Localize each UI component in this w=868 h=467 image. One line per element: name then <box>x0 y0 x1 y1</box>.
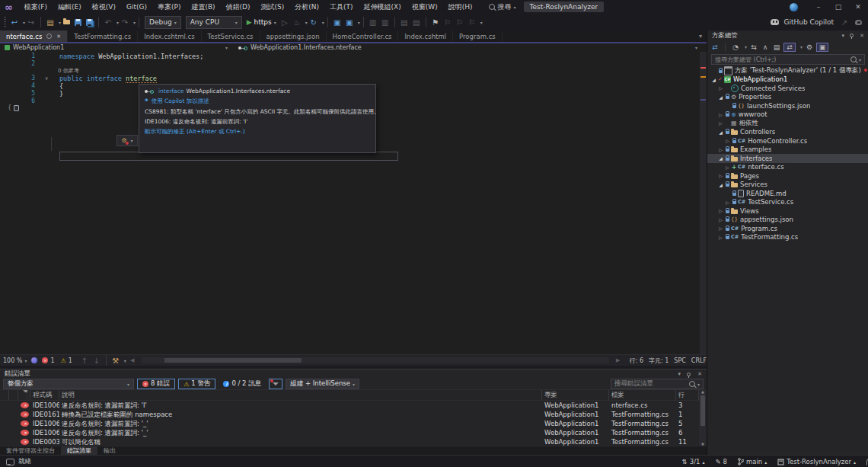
close-icon[interactable]: ✕ <box>56 34 61 40</box>
expander-closed-icon[interactable]: ▷ <box>724 200 731 205</box>
expander-closed-icon[interactable]: ▷ <box>717 217 724 222</box>
tab-nterface-cs[interactable]: nterface.cs✕ <box>0 30 68 42</box>
tree-item-launchsettings-json[interactable]: {}launchSettings.json <box>707 101 868 110</box>
navigate-forward-icon[interactable]: ↪ <box>26 18 37 27</box>
tree-item-program-cs[interactable]: ▷C#Program.cs <box>707 224 868 233</box>
sync-namespaces-icon[interactable]: ⇆ <box>749 43 758 51</box>
codelens-row[interactable]: 0 個參考 <box>0 68 693 75</box>
git-sync-button[interactable]: ⇅ 3/1 ▴ <box>682 458 705 465</box>
save-icon[interactable] <box>75 19 81 26</box>
header-line[interactable]: 行 <box>676 390 699 400</box>
tree-item-controllers[interactable]: ◢Controllers <box>707 128 868 137</box>
clear-bookmarks-icon[interactable]: ⚐ <box>467 18 477 27</box>
minimize-button[interactable]: – <box>809 3 828 11</box>
previous-issue-icon[interactable]: ↑ <box>79 357 90 365</box>
pending-changes-button[interactable]: ✎ 8 <box>715 458 727 465</box>
menu-s[interactable]: 測試(S) <box>256 0 290 14</box>
describe-with-copilot-link[interactable]: 使用 Copilot 加以描述 <box>152 98 209 105</box>
sync-with-active-document-icon[interactable]: ⇄ <box>783 43 796 52</box>
previous-bookmark-icon[interactable]: ⚐ <box>442 18 453 27</box>
source-filter-dropdown[interactable]: 組建 + IntelliSense ▾ <box>286 379 359 389</box>
menu-t[interactable]: 工具(T) <box>324 0 359 14</box>
share-icon[interactable]: ↗ <box>839 18 850 27</box>
error-list-search-box[interactable]: 搜尋錯誤清單 ▾ <box>611 379 704 389</box>
github-copilot-label[interactable]: GitHub Copilot <box>783 18 834 26</box>
expander-closed-icon[interactable]: ▷ <box>717 235 724 240</box>
tree-item-item[interactable]: ▷▦相依性 <box>707 119 868 128</box>
menu-f[interactable]: 檔案(F) <box>19 0 53 14</box>
warning-count-icon[interactable]: ⚠ <box>61 357 66 364</box>
error-list-scrollbar[interactable]: ▲ ▼ <box>699 389 707 446</box>
expander-closed-icon[interactable]: ▷ <box>717 147 724 152</box>
menu-git-g[interactable]: Git(G) <box>121 0 152 14</box>
tab-appsettings-json[interactable]: appsettings.json <box>260 30 327 42</box>
properties-icon[interactable]: ▤ <box>772 43 781 51</box>
error-row-1[interactable]: ✕IDE1006違反命名規則: 遺漏前置詞: 'I'WebApplication… <box>0 401 707 410</box>
menu-n[interactable]: 分析(N) <box>289 0 324 14</box>
menu-e[interactable]: 編輯(E) <box>53 0 87 14</box>
tree-item-homecontroller-cs[interactable]: ▷C#HomeController.cs <box>707 136 868 146</box>
toolbar-drag-handle[interactable] <box>4 17 6 27</box>
show-all-files-icon[interactable]: ▣ <box>816 43 828 52</box>
header-project[interactable]: 專案 <box>542 390 609 400</box>
code-cleanup-icon[interactable]: ⚒ <box>110 357 121 365</box>
close-button[interactable]: ✕ <box>848 3 868 11</box>
tree-item-wwwroot[interactable]: ▷⊕wwwroot <box>707 110 868 120</box>
menu-w[interactable]: 視窗(W) <box>407 0 443 14</box>
github-copilot-icon[interactable] <box>771 19 779 25</box>
chevron-down-icon[interactable]: ▾ <box>678 371 681 377</box>
git-branch-button[interactable]: main ▴ <box>738 458 767 465</box>
tab-homecontroller-cs[interactable]: HomeController.cs <box>327 30 399 42</box>
solution-explorer-search-box[interactable]: 搜尋方案總管 (Ctrl+;) ▾ <box>711 54 865 65</box>
header-description[interactable]: 說明 <box>59 390 542 400</box>
show-whitespace-icon[interactable]: ▥ <box>368 18 378 27</box>
line-ending-mode[interactable]: CRLF <box>691 357 707 364</box>
show-potential-fixes-link[interactable]: 顯示可能的修正 (Alt+Enter 或 Ctrl+.) <box>145 128 370 136</box>
errors-filter-button[interactable]: ✕ 8 錯誤 <box>137 379 175 389</box>
expander-closed-icon[interactable]: ▷ <box>717 173 724 178</box>
restart-application-icon[interactable]: ↻ <box>308 18 319 27</box>
codelens-references[interactable]: 0 個參考 <box>58 68 79 75</box>
new-item-icon[interactable]: ▤ <box>45 18 56 27</box>
start-debugging-button[interactable]: ▶ https ▾ <box>247 18 276 26</box>
debug-configuration-dropdown[interactable]: Debug ▾ <box>145 16 181 29</box>
outline-margin[interactable]: ∨ <box>35 75 58 82</box>
hot-reload-icon[interactable]: ♨ <box>292 18 302 27</box>
expander-open-icon[interactable]: ◢ <box>710 77 717 82</box>
tree-item-appsettings-json[interactable]: ▷{}appsettings.json <box>707 216 868 225</box>
expander-open-icon[interactable]: ◢ <box>717 182 724 187</box>
code-line-2[interactable]: 2 <box>0 60 693 68</box>
error-row-3[interactable]: ✕IDE1006違反命名規則: 遺漏前置詞: '_'WebApplication… <box>0 419 707 428</box>
maximize-button[interactable]: □ <box>828 3 848 11</box>
copilot-status-icon[interactable] <box>855 20 862 25</box>
tree-item-readme-md[interactable]: README.md <box>707 189 868 198</box>
menu-h[interactable]: 說明(H) <box>443 0 478 14</box>
header-file[interactable]: 檔案 <box>609 390 676 400</box>
tab-testformatting-cs[interactable]: TestFormatting.cs <box>68 30 138 42</box>
tree-item-connected-services[interactable]: ▷Connected Services <box>707 84 868 93</box>
find-in-files-icon[interactable]: ▣ <box>332 18 343 27</box>
expander-closed-icon[interactable]: ▷ <box>717 208 724 213</box>
expander-closed-icon[interactable]: ▷ <box>724 138 731 143</box>
tree-item-nterface-cs[interactable]: ▷+C#nterface.cs <box>707 163 868 172</box>
tab-list-button[interactable]: ▾ <box>694 30 707 42</box>
feedback-icon[interactable] <box>6 459 14 465</box>
pending-changes-filter-icon[interactable]: ◔ <box>731 43 740 51</box>
tree-item-interfaces[interactable]: ◢Interfaces <box>707 154 868 163</box>
editor-horizontal-scrollbar[interactable] <box>142 357 609 363</box>
menu-b[interactable]: 建置(B) <box>186 0 220 14</box>
code-line-1[interactable]: 1namespace WebApplication1.Interfaces; <box>0 53 693 60</box>
scope-filter-dropdown[interactable]: 整個方案 ▾ <box>3 379 134 389</box>
next-bookmark-icon[interactable]: ⚐ <box>455 18 465 27</box>
code-line-3[interactable]: 3∨public interface nterface <box>0 75 693 82</box>
scroll-up-icon[interactable]: ▲ <box>701 389 704 394</box>
tree-item-testformatting-cs[interactable]: ▷C#TestFormatting.cs <box>707 233 868 242</box>
warning-count[interactable]: 1 <box>69 357 72 364</box>
warnings-filter-button[interactable]: ⚠ 1 警告 <box>178 379 215 389</box>
menu-v[interactable]: 檢視(V) <box>87 0 121 14</box>
header-severity[interactable] <box>18 390 30 400</box>
tree-item-views[interactable]: ▷Views <box>707 206 868 216</box>
indent-decrease-icon[interactable]: ▤ <box>399 18 410 27</box>
expander-open-icon[interactable]: ◢ <box>717 130 724 135</box>
menu-p[interactable]: 專案(P) <box>152 0 186 14</box>
